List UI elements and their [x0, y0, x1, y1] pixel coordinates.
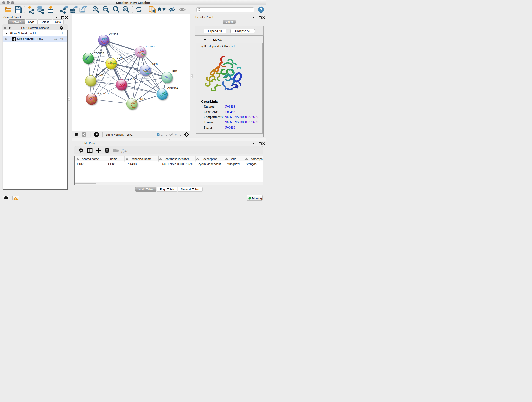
svg-text:CDK1: CDK1	[77, 162, 85, 166]
svg-text:HIST1H1A: HIST1H1A	[97, 92, 109, 95]
svg-text:CDK1: CDK1	[108, 162, 116, 166]
svg-text:?: ?	[260, 7, 263, 12]
svg-text:CCNB1: CCNB1	[96, 74, 105, 77]
svg-text:description: description	[203, 157, 217, 160]
svg-text:CCNB2: CCNB2	[109, 33, 118, 36]
svg-text:namespace: namespace	[251, 157, 263, 160]
svg-text:database identifier: database identifier	[165, 157, 189, 160]
svg-text:CCNE1: CCNE1	[137, 98, 146, 100]
svg-text:0 – 0: 0 – 0	[175, 133, 181, 136]
svg-text:CDKN1A: CDKN1A	[167, 87, 178, 89]
svg-text:name: name	[110, 157, 117, 160]
svg-text:shared name: shared name	[82, 157, 99, 160]
svg-text:1 – 0: 1 – 0	[161, 133, 167, 136]
svg-text:RB1: RB1	[172, 70, 177, 73]
svg-text:canonical name: canonical name	[132, 157, 152, 160]
svg-text:cyclin–dependent ...: cyclin–dependent ...	[199, 162, 224, 166]
svg-text:CDK1: CDK1	[117, 56, 124, 59]
svg-text:CCNA2: CCNA2	[127, 77, 136, 80]
svg-text:CDC6: CDC6	[151, 63, 158, 65]
svg-text:String Network – cdk1: String Network – cdk1	[106, 133, 133, 136]
svg-text:stringdb: stringdb	[246, 162, 257, 166]
svg-text:f(x): f(x)	[121, 148, 127, 153]
svg-text:P06493: P06493	[127, 162, 137, 166]
svg-text:stringdb:9...: stringdb:9...	[227, 162, 242, 166]
svg-text:CDC25B: CDC25B	[94, 52, 104, 55]
svg-text:@id: @id	[231, 157, 236, 160]
svg-text:9606.ENSP00000378699: 9606.ENSP00000378699	[161, 162, 193, 166]
svg-text:CCNA1: CCNA1	[146, 45, 155, 48]
